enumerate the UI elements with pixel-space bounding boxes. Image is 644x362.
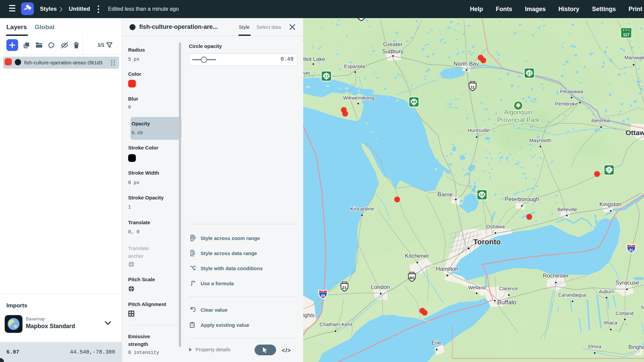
svg-text:Petawawa: Petawawa [560, 88, 583, 94]
svg-text:Ottawa: Ottawa [626, 129, 644, 136]
svg-text:117: 117 [623, 33, 630, 37]
svg-text:Welland: Welland [468, 285, 486, 290]
svg-text:Pembroke: Pembroke [555, 101, 578, 107]
svg-text:Belleville: Belleville [557, 206, 577, 212]
svg-text:Oshawa: Oshawa [486, 224, 505, 229]
svg-text:Elmira: Elmira [588, 344, 601, 349]
svg-text:401: 401 [409, 276, 415, 280]
svg-text:Provincial Park: Provincial Park [497, 116, 540, 123]
svg-text:12: 12 [480, 193, 484, 197]
svg-text:Canandaigua: Canandaigua [558, 292, 586, 298]
svg-text:Cortland: Cortland [616, 311, 634, 316]
svg-text:Ithaca: Ithaca [604, 320, 618, 325]
svg-text:7: 7 [608, 168, 610, 172]
svg-text:17: 17 [324, 74, 329, 78]
svg-text:Espanola: Espanola [344, 63, 365, 69]
svg-text:81: 81 [629, 248, 633, 252]
svg-text:69: 69 [321, 294, 325, 298]
svg-text:69: 69 [412, 100, 416, 104]
svg-text:Buffalo: Buffalo [497, 299, 516, 306]
svg-text:11: 11 [471, 85, 475, 89]
svg-text:Auburn: Auburn [599, 289, 614, 294]
svg-text:Hamilton: Hamilton [436, 266, 458, 272]
svg-text:Sudbury: Sudbury [382, 48, 404, 55]
svg-text:Greater: Greater [383, 41, 402, 48]
svg-text:Kingston: Kingston [599, 201, 622, 207]
svg-text:lliot Lake: lliot Lake [303, 56, 325, 62]
svg-text:Chatham-Kent: Chatham-Kent [320, 321, 353, 327]
svg-text:Kincardine: Kincardine [351, 206, 374, 212]
svg-text:Rochester: Rochester [543, 273, 569, 279]
svg-text:London: London [371, 284, 390, 290]
svg-text:Bingham: Bingham [628, 344, 644, 350]
svg-text:Renfrew: Renfrew [591, 118, 610, 123]
svg-text:Peterborough: Peterborough [504, 196, 539, 202]
svg-text:North Bay: North Bay [453, 61, 479, 67]
svg-text:17: 17 [527, 71, 532, 75]
svg-text:Huntsville: Huntsville [468, 127, 489, 133]
svg-text:ights: ights [303, 312, 315, 318]
svg-text:Maniwaki: Maniwaki [625, 55, 644, 60]
svg-text:Wikwemikong: Wikwemikong [343, 95, 374, 101]
svg-text:Clarence: Clarence [499, 286, 518, 291]
svg-text:Erie: Erie [432, 340, 441, 346]
svg-text:Maynooth: Maynooth [529, 137, 551, 143]
svg-text:Toronto: Toronto [473, 238, 500, 246]
svg-text:Algonquin: Algonquin [504, 109, 533, 116]
svg-text:Kitchener: Kitchener [405, 253, 429, 259]
svg-text:ver: ver [303, 70, 310, 76]
svg-text:Barrie: Barrie [437, 191, 452, 198]
svg-text:21: 21 [342, 286, 347, 290]
svg-text:N: N [641, 304, 644, 310]
svg-text:Syracuse: Syracuse [615, 280, 639, 286]
